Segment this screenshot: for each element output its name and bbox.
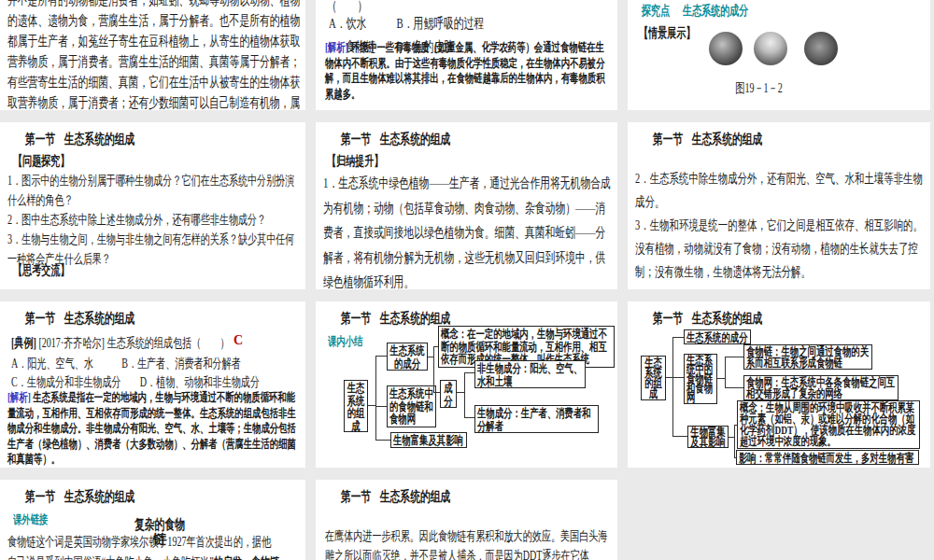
slide-thumb-1[interactable]: 并不是所有的动物都是消费者，如蚯蚓、蜣螂等动物以动物、植物的遗体、遗物为食，营腐… bbox=[0, 0, 305, 110]
section-title: 生态系统的组成 bbox=[64, 310, 135, 326]
explore-point-label: 探究点 bbox=[642, 3, 670, 18]
slide8-kicker: 课内小结 bbox=[328, 333, 362, 350]
section-number: 第一节 bbox=[25, 488, 55, 504]
slide6-body: 2．生态系统中除生物成分外，还有阳光、空气、水和土壤等非生物成分。 3．生物和环… bbox=[635, 167, 927, 284]
slide7-option-line-1: A．阳光、空气、水 B．生产者、消费者和分解者 bbox=[11, 355, 291, 373]
paragraph-line-2: 自己说是受到中国俗语“大鱼吃小鱼、小鱼吃虾米”的启发。食物链 bbox=[7, 553, 302, 560]
connector-line bbox=[717, 378, 725, 379]
slide5-kicker: 【归纳提升】 bbox=[327, 153, 383, 170]
mindmap-root-node: 生态系统的组成 bbox=[641, 356, 666, 400]
connector-line bbox=[734, 457, 736, 458]
slide2-option-line-1: A．饮水 B．用鳃呼吸的过程 bbox=[329, 12, 614, 35]
paragraph-line-1: 食物链这个词是英国动物学家埃尔顿于1927年首次提出的，据他 bbox=[7, 532, 302, 553]
slide7-option-line-2: C．生物成分和非生物成分 D．植物、动物和非生物成分 bbox=[11, 373, 291, 392]
section-title: 生态系统的组成 bbox=[64, 488, 135, 504]
section-title: 生态系统的组成 bbox=[692, 310, 763, 326]
section-number: 第一节 bbox=[25, 131, 55, 147]
figure-caption: 图19－1－2 bbox=[717, 80, 801, 97]
paragraph-line-2-bold: 的启发。食物链 bbox=[214, 555, 280, 560]
section-title: 生态系统的组成 bbox=[380, 131, 451, 147]
analysis-label: [解析] bbox=[7, 390, 31, 404]
explore-point-title: 生态系统的成分 bbox=[683, 3, 749, 18]
slide11-body-text: 在鹰体内进一步积累。因此食物链有累积和放大的效应。美国白头海雕之所以面临灭绝，并… bbox=[325, 526, 616, 560]
connector-line bbox=[375, 356, 387, 357]
slide-section-header: 第一节生态系统的组成 bbox=[341, 488, 450, 506]
slide-thumb-2[interactable]: （ ） A．饮水 B．用鳃呼吸的过程 C．食物链 D．鱼的皮肤 [解析] 环境中… bbox=[316, 0, 617, 110]
mindmap-enrich-concept-node: 概念：生物从周围的环境中吸收并不断积累某种元素（如铝、汞）或难以分解的化合物（如… bbox=[737, 400, 920, 449]
connector-line bbox=[368, 405, 375, 406]
slide-section-header: 第一节生态系统的组成 bbox=[25, 131, 134, 148]
section-title: 生态系统的组成 bbox=[692, 131, 763, 147]
slide-thumb-10[interactable]: 第一节生态系统的组成 课外链接 复杂的食物 链 食物链这个词是英国动物学家埃尔顿… bbox=[0, 480, 305, 560]
mindmap-foodweb-def-node: 食物网：生态系统中各条食物链之间互相交错形成了复杂的网络 bbox=[743, 375, 899, 400]
connector-line bbox=[464, 372, 474, 373]
slide-thumb-9[interactable]: 第一节生态系统的组成 生态系统的组成 生态系统的成分 生态系统中的食物链和食物网… bbox=[628, 301, 930, 468]
connector-line bbox=[666, 377, 672, 378]
connector-line bbox=[734, 425, 735, 458]
section-title: 生态系统的组成 bbox=[380, 488, 451, 504]
slide-sorter-grid: 并不是所有的动物都是消费者，如蚯蚓、蜣螂等动物以动物、植物的遗体、遗物为食，营腐… bbox=[0, 0, 934, 560]
pond-scene-photo bbox=[804, 32, 838, 65]
connector-line bbox=[464, 372, 465, 418]
slide-thumb-11[interactable]: 第一节生态系统的组成 在鹰体内进一步积累。因此食物链有累积和放大的效应。美国白头… bbox=[316, 480, 617, 560]
slide-thumb-3[interactable]: 探究点 生态系统的成分 【情景展示】 图19－1－2 bbox=[628, 0, 930, 110]
connector-line bbox=[672, 337, 673, 437]
example-answer-letter: C bbox=[234, 333, 243, 348]
question-2: 2．图中生态系统中除上述生物成分外，还有哪些非生物成分？ bbox=[7, 210, 299, 230]
slide10-kicker: 课外链接 bbox=[13, 511, 48, 528]
slide-section-header: 第一节生态系统的组成 bbox=[25, 488, 134, 506]
connector-line bbox=[375, 406, 387, 407]
mindmap-chainweb-node: 生态系统中的食物链和食物网 bbox=[684, 354, 717, 404]
mindmap-nonbio-node: 非生物成分：阳光、空气、水和土壤 bbox=[474, 360, 586, 388]
mindmap-bio-node: 生物成分：生产者、消费者和分解者 bbox=[474, 405, 599, 433]
slide3-explore-heading: 探究点 生态系统的成分 bbox=[642, 3, 748, 20]
section-title: 生态系统的组成 bbox=[380, 310, 451, 326]
section-number: 第一节 bbox=[653, 131, 683, 147]
slide-section-header: 第一节生态系统的组成 bbox=[25, 310, 134, 328]
mindmap-components-node: 生态系统的成分 bbox=[387, 343, 428, 371]
mindmap-foodchain-def-node: 食物链：生物之间通过食物的关系而相互联系形成食物链 bbox=[743, 344, 872, 370]
slide5-body-text: 1．生态系统中绿色植物——生产者，通过光合作用将无机物合成为有机物；动物（包括草… bbox=[323, 171, 615, 289]
point-2: 2．生态系统中除生物成分外，还有阳光、空气、水和土壤等非生物成分。 bbox=[635, 167, 927, 214]
slide10-paragraph: 食物链这个词是英国动物学家埃尔顿于1927年首次提出的，据他 自己说是受到中国俗… bbox=[7, 532, 302, 560]
slide4-questions: 1．图示中的生物分别属于哪种生物成分？它们在生态系统中分别扮演什么样的角色？ 2… bbox=[7, 171, 299, 269]
section-number: 第一节 bbox=[25, 310, 55, 326]
slide-thumb-6[interactable]: 第一节生态系统的组成 2．生态系统中除生物成分外，还有阳光、空气、水和土壤等非生… bbox=[628, 122, 930, 289]
connector-line bbox=[725, 357, 743, 357]
connector-line bbox=[734, 425, 737, 426]
slide-thumb-7[interactable]: 第一节生态系统的组成 [典例] [2017·齐齐哈尔] 生态系统的组成包括（ ）… bbox=[0, 301, 305, 468]
slide1-body-text: 并不是所有的动物都是消费者，如蚯蚓、蜣螂等动物以动物、植物的遗体、遗物为食，营腐… bbox=[7, 0, 300, 110]
analysis-label: [解析] bbox=[325, 40, 348, 54]
slide7-analysis: [解析] 生态系统是指在一定的地域内，生物与环境通过不断的物质循环和能量流动，互… bbox=[7, 390, 299, 468]
slide-section-header: 第一节生态系统的组成 bbox=[653, 131, 762, 148]
slide7-analysis-text: 生态系统是指在一定的地域内，生物与环境通过不断的物质循环和能量流动，互相作用、互… bbox=[7, 390, 296, 466]
slide7-options: A．阳光、空气、水 B．生产者、消费者和分解者 C．生物成分和非生物成分 D．植… bbox=[11, 355, 291, 392]
slide2-analysis-text: 环境中一些有毒物质（如重金属、化学农药等）会通过食物链在生物体内不断积累。由于这… bbox=[325, 40, 605, 101]
slide-section-header: 第一节生态系统的组成 bbox=[653, 310, 762, 328]
mindmap-root-node: 生态系统的组成 bbox=[344, 380, 368, 432]
paragraph-line-2-normal: 自己说是受到中国俗语“大鱼吃小鱼、小鱼吃虾米” bbox=[7, 555, 214, 560]
connector-line bbox=[672, 436, 687, 437]
section-title: 生态系统的组成 bbox=[64, 131, 135, 147]
slide-thumb-8[interactable]: 第一节生态系统的组成 课内小结 生态系统的组成 生态系统的成分 概念：在一定的地… bbox=[316, 301, 617, 468]
slide4-footer: 【思考交流】 bbox=[13, 262, 69, 279]
slide-thumb-4[interactable]: 第一节生态系统的组成 【问题探究】 1．图示中的生物分别属于哪种生物成分？它们在… bbox=[0, 122, 305, 289]
point-3: 3．生物和环境是统一的整体，它们之间是相互依存、相互影响的。没有植物，动物就没有… bbox=[635, 214, 927, 284]
slide4-kicker: 【问题探究】 bbox=[13, 153, 69, 170]
grassland-animals-photo bbox=[754, 32, 787, 65]
connector-line bbox=[672, 377, 684, 378]
slide3-scene-label: 【情景展示】 bbox=[639, 25, 695, 42]
slide-section-header: 第一节生态系统的组成 bbox=[341, 310, 450, 328]
connector-line bbox=[433, 346, 438, 347]
forest-scene-photo bbox=[709, 32, 743, 65]
section-number: 第一节 bbox=[341, 310, 371, 326]
mindmap-composition-node: 成分 bbox=[440, 380, 457, 408]
connector-line bbox=[375, 356, 376, 440]
example-label: [典例] bbox=[11, 336, 36, 350]
connector-line bbox=[464, 417, 474, 418]
example-stem: 生态系统的组成包括 bbox=[106, 336, 191, 350]
slide-section-header: 第一节生态系统的组成 bbox=[341, 131, 450, 148]
mindmap-enrichment-node: 生物富集及其影响 bbox=[390, 432, 467, 448]
mindmap-foodchain-node: 生态系统中的食物链和食物网 bbox=[387, 385, 436, 427]
slide-thumb-5[interactable]: 第一节生态系统的组成 【归纳提升】 1．生态系统中绿色植物——生产者，通过光合作… bbox=[316, 122, 617, 289]
